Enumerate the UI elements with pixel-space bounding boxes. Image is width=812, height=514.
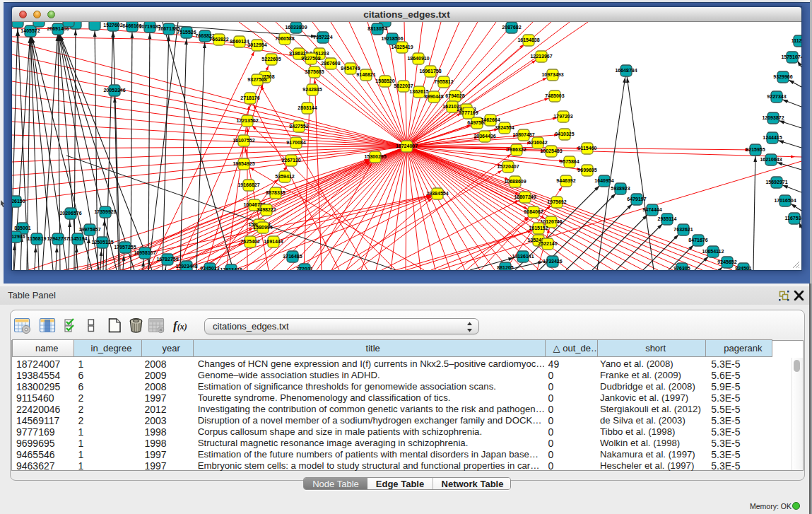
svg-text:7515526: 7515526 bbox=[177, 30, 196, 35]
svg-text:9245013: 9245013 bbox=[200, 266, 219, 270]
svg-text:3824554: 3824554 bbox=[495, 125, 514, 130]
svg-text:18640910: 18640910 bbox=[407, 56, 429, 61]
svg-text:15300295: 15300295 bbox=[364, 154, 386, 159]
svg-text:881205: 881205 bbox=[497, 265, 513, 270]
svg-text:8471676: 8471676 bbox=[688, 238, 707, 243]
svg-text:835001: 835001 bbox=[14, 226, 30, 230]
svg-text:12213502: 12213502 bbox=[236, 118, 258, 123]
svg-text:9227343: 9227343 bbox=[767, 94, 786, 99]
svg-text:14325419: 14325419 bbox=[391, 45, 413, 49]
svg-text:1588520: 1588520 bbox=[375, 78, 394, 83]
svg-text:2867608: 2867608 bbox=[321, 61, 340, 66]
svg-text:2522140: 2522140 bbox=[538, 241, 557, 246]
svg-text:1691443: 1691443 bbox=[264, 239, 283, 244]
svg-text:2718176: 2718176 bbox=[240, 95, 259, 100]
svg-text:12093872: 12093872 bbox=[762, 115, 784, 120]
svg-text:16210643: 16210643 bbox=[760, 157, 782, 162]
svg-text:9245652: 9245652 bbox=[717, 259, 736, 264]
svg-text:2935114: 2935114 bbox=[658, 216, 677, 221]
svg-text:10025483: 10025483 bbox=[540, 148, 562, 153]
svg-text:10654112: 10654112 bbox=[702, 249, 724, 254]
svg-text:7357224: 7357224 bbox=[313, 35, 332, 40]
svg-text:7485003: 7485003 bbox=[545, 93, 564, 98]
svg-text:7632621: 7632621 bbox=[673, 227, 693, 232]
svg-text:17016504: 17016504 bbox=[774, 198, 796, 203]
svg-text:8813054: 8813054 bbox=[367, 26, 387, 31]
svg-text:10807487: 10807487 bbox=[512, 132, 534, 137]
svg-text:3912954: 3912954 bbox=[247, 42, 266, 47]
svg-text:16154838: 16154838 bbox=[517, 37, 539, 42]
svg-text:8215955: 8215955 bbox=[746, 147, 765, 152]
svg-text:7462664: 7462664 bbox=[481, 117, 500, 122]
svg-text:6216042: 6216042 bbox=[528, 140, 547, 145]
svg-text:1580994: 1580994 bbox=[253, 225, 272, 230]
svg-text:15751074: 15751074 bbox=[781, 54, 801, 59]
svg-text:20364436: 20364436 bbox=[473, 134, 495, 139]
svg-text:8990448: 8990448 bbox=[424, 94, 443, 99]
svg-text:9115460: 9115460 bbox=[578, 146, 597, 151]
svg-text:1167534: 1167534 bbox=[785, 216, 801, 221]
svg-text:5359412: 5359412 bbox=[275, 174, 294, 179]
svg-text:824501: 824501 bbox=[735, 266, 751, 270]
svg-text:1797203: 1797203 bbox=[553, 114, 572, 119]
svg-text:20206576: 20206576 bbox=[59, 211, 81, 216]
svg-text:8660124: 8660124 bbox=[230, 39, 249, 44]
svg-text:976305: 976305 bbox=[673, 266, 690, 270]
svg-text:9327508: 9327508 bbox=[301, 56, 320, 61]
svg-text:9170084: 9170084 bbox=[286, 140, 305, 145]
svg-text:12213967: 12213967 bbox=[530, 54, 552, 59]
svg-text:10688609: 10688609 bbox=[504, 179, 526, 184]
svg-text:12923448: 12923448 bbox=[220, 267, 242, 270]
svg-text:7625402: 7625402 bbox=[240, 239, 259, 244]
svg-text:12923448: 12923448 bbox=[175, 264, 197, 269]
svg-text:3912936: 3912936 bbox=[12, 234, 25, 239]
svg-text:7955812: 7955812 bbox=[434, 79, 453, 84]
svg-text:12942737: 12942737 bbox=[47, 236, 69, 241]
svg-text:9084067: 9084067 bbox=[524, 209, 543, 214]
svg-text:19384554: 19384554 bbox=[426, 191, 448, 196]
svg-text:16961758: 16961758 bbox=[419, 69, 441, 74]
svg-text:10973493: 10973493 bbox=[541, 72, 563, 77]
svg-text:2326150: 2326150 bbox=[12, 199, 25, 204]
svg-text:9474444: 9474444 bbox=[642, 207, 661, 212]
svg-text:15720407: 15720407 bbox=[497, 164, 519, 169]
svg-text:19654925: 19654925 bbox=[233, 161, 254, 166]
svg-text:1615152: 1615152 bbox=[529, 226, 548, 230]
svg-text:18807249: 18807249 bbox=[514, 194, 536, 199]
svg-text:8878335: 8878335 bbox=[266, 190, 285, 195]
svg-text:17957255: 17957255 bbox=[114, 245, 136, 250]
svg-text:3267130: 3267130 bbox=[281, 158, 300, 163]
svg-text:3716485: 3716485 bbox=[283, 254, 302, 259]
svg-text:2087682: 2087682 bbox=[502, 25, 521, 30]
svg-text:9699695: 9699695 bbox=[577, 168, 596, 173]
svg-text:1156819: 1156819 bbox=[28, 236, 47, 241]
svg-text:8454749: 8454749 bbox=[341, 66, 360, 71]
svg-text:3498222: 3498222 bbox=[257, 207, 276, 212]
svg-text:9242845: 9242845 bbox=[302, 87, 322, 92]
svg-text:9146821: 9146821 bbox=[356, 72, 375, 77]
svg-text:20053346: 20053346 bbox=[103, 88, 125, 93]
svg-text:17359928: 17359928 bbox=[94, 209, 116, 214]
svg-text:19975857: 19975857 bbox=[78, 227, 100, 232]
svg-text:1975692: 1975692 bbox=[547, 199, 566, 204]
svg-text:9446392: 9446392 bbox=[556, 178, 575, 183]
svg-text:7986322: 7986322 bbox=[507, 147, 526, 152]
svg-text:9329966: 9329966 bbox=[773, 74, 792, 79]
svg-text:8427552: 8427552 bbox=[289, 124, 308, 129]
svg-text:19166827: 19166827 bbox=[237, 182, 259, 187]
svg-text:1405572: 1405572 bbox=[20, 28, 40, 33]
svg-text:18724007: 18724007 bbox=[396, 144, 418, 148]
svg-text:16107552: 16107552 bbox=[233, 138, 254, 143]
svg-text:1527602: 1527602 bbox=[103, 23, 122, 28]
svg-text:6479197: 6479197 bbox=[627, 197, 646, 201]
svg-text:6794028: 6794028 bbox=[445, 93, 464, 98]
svg-text:9575864: 9575864 bbox=[560, 159, 579, 164]
svg-text:1244415: 1244415 bbox=[763, 135, 782, 140]
svg-text:1145194: 1145194 bbox=[69, 236, 88, 241]
svg-text:2803144: 2803144 bbox=[298, 105, 317, 110]
svg-text:3875685: 3875685 bbox=[305, 69, 324, 74]
svg-text:10958107: 10958107 bbox=[134, 250, 155, 255]
svg-text:7663822: 7663822 bbox=[209, 37, 228, 42]
svg-text:5938923: 5938923 bbox=[611, 186, 630, 191]
svg-text:19218506: 19218506 bbox=[381, 36, 403, 41]
